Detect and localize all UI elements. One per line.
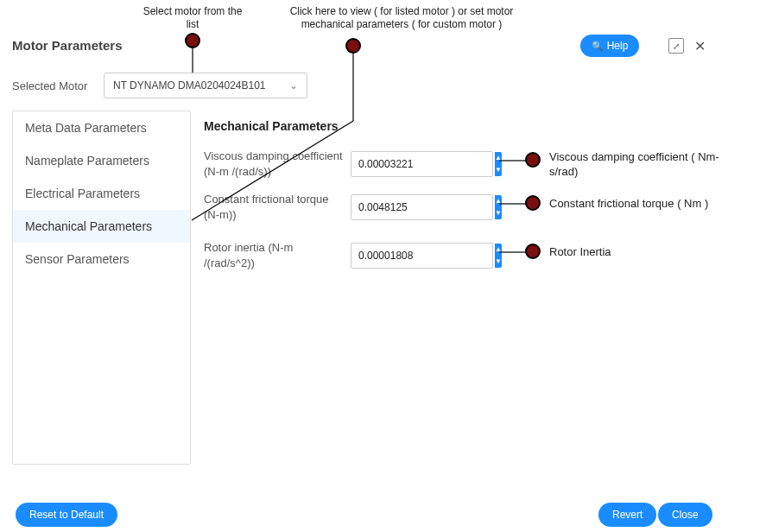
panel-title: Mechanical Parameters — [204, 119, 339, 133]
sidebar: Meta Data Parameters Nameplate Parameter… — [12, 111, 191, 465]
callout-dot — [525, 244, 541, 259]
param-input-wrap: ▲ ▼ — [351, 243, 493, 269]
help-button[interactable]: 🔍 Help — [580, 35, 639, 57]
param-label: Constant frictional torque (N-m)) — [204, 192, 351, 222]
callout-dot — [525, 152, 541, 168]
sidebar-item-metadata[interactable]: Meta Data Parameters — [13, 111, 190, 144]
callout-dot — [345, 38, 361, 54]
param-input-wrap: ▲ ▼ — [351, 194, 493, 220]
spin-up-icon[interactable]: ▲ — [495, 195, 502, 207]
spinner: ▲ ▼ — [495, 244, 502, 268]
close-icon[interactable]: ✕ — [692, 38, 707, 54]
sidebar-item-electrical[interactable]: Electrical Parameters — [13, 177, 190, 210]
sidebar-item-nameplate[interactable]: Nameplate Parameters — [13, 144, 190, 177]
callout-dot — [185, 33, 200, 48]
annotation-inertia: Rotor Inertia — [549, 245, 722, 260]
expand-icon[interactable]: ⤢ — [668, 38, 684, 54]
spin-down-icon[interactable]: ▼ — [495, 256, 502, 268]
selected-motor-dropdown[interactable]: NT DYNAMO DMA0204024B101 ⌄ — [104, 73, 307, 98]
param-label: Viscous damping coefficient (N-m /(rad/s… — [204, 149, 351, 179]
spin-down-icon[interactable]: ▼ — [495, 164, 502, 176]
viscous-damping-input[interactable] — [351, 152, 495, 176]
spinner: ▲ ▼ — [495, 195, 502, 219]
constant-friction-input[interactable] — [351, 195, 495, 219]
search-icon: 🔍 — [592, 41, 604, 52]
spin-up-icon[interactable]: ▲ — [495, 152, 502, 164]
page-title: Motor Parameters — [12, 38, 123, 53]
sidebar-item-sensor[interactable]: Sensor Parameters — [13, 243, 190, 276]
param-input-wrap: ▲ ▼ — [351, 151, 493, 177]
rotor-inertia-input[interactable] — [351, 244, 495, 268]
annotation-click-tab: Click here to view ( for listed motor ) … — [272, 5, 531, 31]
sidebar-item-mechanical[interactable]: Mechanical Parameters — [13, 210, 190, 243]
callout-dot — [525, 195, 541, 211]
selected-motor-value: NT DYNAMO DMA0204024B101 — [113, 79, 266, 92]
selected-motor-label: Selected Motor — [12, 79, 87, 92]
spinner: ▲ ▼ — [495, 152, 502, 176]
revert-button[interactable]: Revert — [598, 503, 656, 527]
param-label: Rotor inertia (N-m /(rad/s^2)) — [204, 240, 351, 270]
annotation-select-motor: Select motor from the list — [141, 5, 244, 31]
close-button[interactable]: Close — [658, 503, 712, 527]
annotation-friction: Constant frictional torque ( Nm ) — [549, 197, 748, 212]
help-button-label: Help — [607, 40, 629, 52]
reset-to-default-button[interactable]: Reset to Default — [16, 503, 117, 527]
spin-down-icon[interactable]: ▼ — [495, 207, 502, 219]
chevron-down-icon: ⌄ — [289, 79, 298, 92]
spin-up-icon[interactable]: ▲ — [495, 244, 502, 256]
annotation-viscous: Viscous damping coefficient ( Nm-s/rad) — [549, 150, 739, 180]
